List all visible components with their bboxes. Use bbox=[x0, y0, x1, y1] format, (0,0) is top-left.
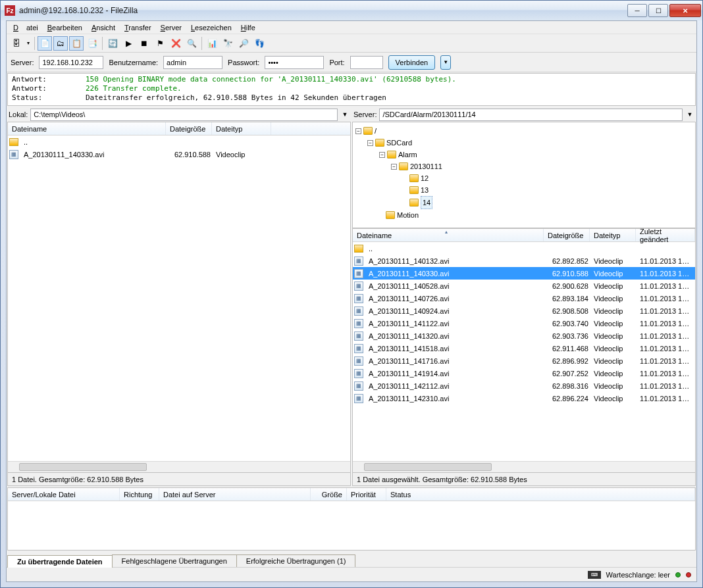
col-filename[interactable]: Dateiname bbox=[8, 122, 166, 135]
col-filename[interactable]: Dateiname▴ bbox=[353, 229, 544, 241]
reconnect-icon[interactable]: ❌ bbox=[169, 36, 183, 51]
remote-status: 1 Datei ausgewählt. Gesamtgröße: 62.910.… bbox=[352, 473, 696, 486]
connect-dropdown[interactable]: ▼ bbox=[440, 55, 451, 70]
local-file-list[interactable]: Dateiname Dateigröße Dateityp .. ▦ A_201… bbox=[7, 122, 351, 473]
tab-failed[interactable]: Fehlgeschlagene Übertragungen bbox=[112, 554, 237, 567]
col-filetype[interactable]: Dateityp bbox=[590, 229, 636, 241]
file-row[interactable]: ▦ A_20130111_140924.avi 62.908.508 Video… bbox=[353, 305, 695, 317]
tree-item-selected[interactable]: 14 bbox=[355, 196, 692, 209]
remote-pathbar: Server: ▼ bbox=[352, 107, 696, 122]
tree-collapse-icon[interactable]: − bbox=[367, 140, 373, 146]
file-row[interactable]: ▦ A_20130111_142310.avi 62.896.224 Video… bbox=[353, 392, 695, 404]
col-remote-file[interactable]: Datei auf Server bbox=[159, 488, 311, 501]
log-label: Antwort: bbox=[12, 75, 86, 84]
menu-server[interactable]: Server bbox=[157, 22, 186, 33]
menu-datei[interactable]: Datei bbox=[9, 22, 42, 33]
search-icon[interactable]: 🔎 bbox=[236, 36, 251, 51]
local-path-label: Lokal: bbox=[9, 110, 28, 118]
menu-bearbeiten[interactable]: Bearbeiten bbox=[43, 22, 86, 33]
col-status[interactable]: Status bbox=[386, 488, 695, 501]
col-filesize[interactable]: Dateigröße bbox=[166, 122, 212, 135]
sync-icon[interactable]: 🔭 bbox=[221, 36, 235, 51]
connect-button[interactable]: Verbinden bbox=[388, 55, 436, 70]
video-file-icon: ▦ bbox=[354, 269, 363, 278]
file-row[interactable]: ▦ A_20130111_140330.avi 62.910.588 Video… bbox=[8, 148, 350, 160]
folder-icon bbox=[363, 127, 373, 135]
filter-icon[interactable]: 🔍 bbox=[184, 36, 199, 51]
sitemanager-icon[interactable]: 🗄 bbox=[9, 36, 24, 51]
password-input[interactable] bbox=[265, 56, 324, 69]
titlebar[interactable]: Fz admin@192.168.10.232 - FileZilla ─ ☐ … bbox=[1, 1, 702, 20]
col-server-local[interactable]: Server/Lokale Datei bbox=[8, 488, 120, 501]
tree-collapse-icon[interactable]: − bbox=[391, 164, 397, 170]
minimize-button[interactable]: ─ bbox=[627, 4, 647, 17]
app-window: Fz admin@192.168.10.232 - FileZilla ─ ☐ … bbox=[0, 0, 703, 588]
folder-icon bbox=[409, 186, 419, 194]
file-row[interactable]: ▦ A_20130111_140330.avi 62.910.588 Video… bbox=[353, 267, 695, 280]
log-label: Status: bbox=[12, 93, 86, 103]
menu-transfer[interactable]: Transfer bbox=[120, 22, 155, 33]
toggle-tree-icon[interactable]: 🗂 bbox=[53, 36, 68, 51]
sitemanager-dd-icon[interactable]: ▾ bbox=[25, 36, 32, 51]
tree-collapse-icon[interactable]: − bbox=[379, 152, 385, 158]
maximize-button[interactable]: ☐ bbox=[648, 4, 668, 17]
remote-path-input[interactable] bbox=[379, 109, 683, 121]
file-row[interactable]: ▦ A_20130111_141320.avi 62.903.736 Video… bbox=[353, 330, 695, 342]
parent-dir-row[interactable]: .. bbox=[8, 135, 350, 148]
toggle-remote-icon[interactable]: 📑 bbox=[85, 36, 99, 51]
menu-hilfe[interactable]: Hilfe bbox=[237, 22, 259, 33]
folder-up-icon bbox=[9, 138, 18, 146]
file-row[interactable]: ▦ A_20130111_141518.avi 62.911.468 Video… bbox=[353, 342, 695, 355]
menu-lesezeichen[interactable]: Lesezeichen bbox=[187, 22, 236, 33]
video-file-icon: ▦ bbox=[354, 369, 363, 378]
col-filesize[interactable]: Dateigröße bbox=[544, 229, 590, 241]
file-row[interactable]: ▦ A_20130111_140528.avi 62.900.628 Video… bbox=[353, 280, 695, 292]
chevron-down-icon[interactable]: ▼ bbox=[685, 111, 694, 118]
log-text: Dateitransfer erfolgreich, 62.910.588 By… bbox=[86, 93, 386, 102]
video-file-icon: ▦ bbox=[354, 356, 363, 366]
binoculars-icon[interactable]: 👣 bbox=[252, 36, 267, 51]
toggle-log-icon[interactable]: 📄 bbox=[38, 36, 52, 51]
file-row[interactable]: ▦ A_20130111_141122.avi 62.903.740 Video… bbox=[353, 317, 695, 330]
chevron-down-icon[interactable]: ▼ bbox=[340, 111, 350, 118]
tab-pending[interactable]: Zu übertragende Dateien bbox=[7, 555, 113, 568]
process-queue-icon[interactable]: ▶ bbox=[121, 36, 136, 51]
transfer-queue[interactable]: Server/Lokale Datei Richtung Datei auf S… bbox=[7, 487, 696, 551]
log-text: 226 Transfer complete. bbox=[86, 84, 182, 93]
remote-tree[interactable]: −/ −SDCard −Alarm −20130111 12 13 14 Mot… bbox=[352, 122, 696, 228]
local-path-input[interactable] bbox=[30, 109, 338, 121]
disconnect-icon[interactable]: ⚑ bbox=[153, 36, 167, 51]
menu-ansicht[interactable]: Ansicht bbox=[88, 22, 119, 33]
tree-collapse-icon[interactable]: − bbox=[355, 128, 361, 134]
remote-file-list[interactable]: Dateiname▴ Dateigröße Dateityp Zuletzt g… bbox=[352, 228, 696, 473]
file-row[interactable]: ▦ A_20130111_142112.avi 62.898.316 Video… bbox=[353, 380, 695, 392]
col-size[interactable]: Größe bbox=[311, 488, 347, 501]
close-button[interactable]: ✕ bbox=[669, 4, 701, 17]
video-file-icon: ▦ bbox=[354, 344, 363, 353]
col-modified[interactable]: Zuletzt geändert bbox=[636, 229, 695, 241]
message-log[interactable]: Antwort:150 Opening BINARY mode data con… bbox=[7, 73, 696, 106]
port-input[interactable] bbox=[350, 56, 383, 69]
refresh-icon[interactable]: 🔄 bbox=[105, 36, 120, 51]
col-filetype[interactable]: Dateityp bbox=[212, 122, 271, 135]
queue-status: Warteschlange: leer bbox=[606, 571, 670, 579]
compare-icon[interactable]: 📊 bbox=[205, 36, 219, 51]
quickconnect-bar: Server: Benutzername: Passwort: Port: Ve… bbox=[7, 53, 696, 72]
file-row[interactable]: ▦ A_20130111_141716.avi 62.896.992 Video… bbox=[353, 355, 695, 367]
server-input[interactable] bbox=[39, 56, 103, 69]
folder-up-icon bbox=[354, 245, 363, 253]
col-direction[interactable]: Richtung bbox=[120, 488, 159, 501]
file-row[interactable]: ▦ A_20130111_140132.avi 62.892.852 Video… bbox=[353, 255, 695, 267]
tab-success[interactable]: Erfolgreiche Übertragungen (1) bbox=[236, 554, 356, 567]
parent-dir-row[interactable]: .. bbox=[353, 242, 695, 255]
file-row[interactable]: ▦ A_20130111_141914.avi 62.907.252 Video… bbox=[353, 367, 695, 380]
cancel-icon[interactable]: ⏹ bbox=[137, 36, 151, 51]
h-scrollbar[interactable] bbox=[353, 461, 695, 472]
file-row[interactable]: ▦ A_20130111_140726.avi 62.893.184 Video… bbox=[353, 292, 695, 305]
h-scrollbar[interactable] bbox=[8, 461, 350, 472]
toggle-queue-icon[interactable]: 📋 bbox=[69, 36, 84, 51]
username-label: Benutzername: bbox=[109, 59, 158, 66]
col-priority[interactable]: Priorität bbox=[347, 488, 386, 501]
remote-pane: Server: ▼ −/ −SDCard −Alarm −20130111 12… bbox=[352, 107, 696, 486]
username-input[interactable] bbox=[163, 56, 222, 69]
